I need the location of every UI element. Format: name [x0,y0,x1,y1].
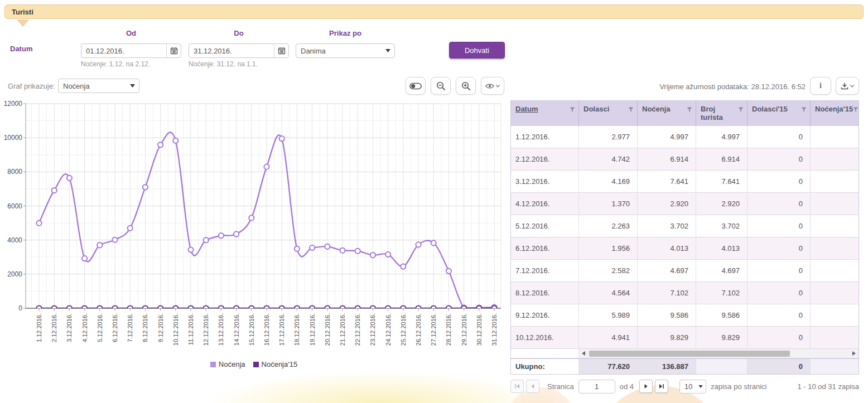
data-point[interactable] [279,136,284,141]
table-row[interactable]: 8.12.2016.4.5647.1027.1020 [511,282,859,304]
table-row[interactable]: 5.12.2016.2.2633.7023.7020 [511,215,859,237]
data-point[interactable] [249,215,254,220]
data-point[interactable] [325,244,330,249]
column-header-no-enja-15[interactable]: Noćenja'15 [811,101,859,126]
hscrollbar-thumb[interactable] [589,351,790,357]
cell-value [811,237,859,260]
cell-value: 7.102 [638,282,696,304]
prikaz-po-select[interactable]: Danima [296,43,395,58]
dohvati-button[interactable]: Dohvati [449,42,505,59]
table-row[interactable]: 10.12.2016.4.9419.8299.8290 [511,327,859,349]
data-point[interactable] [67,176,72,181]
page-size-select[interactable]: 10 [679,380,706,394]
svg-text:31.12.2016.: 31.12.2016. [491,313,498,346]
data-point[interactable] [128,226,133,231]
table-header-row: DatumDolasciNoćenjaBroj turistaDolasci'1… [511,101,859,126]
table-row[interactable]: 9.12.2016.5.9899.5869.5860 [511,304,859,327]
filter-icon[interactable] [738,107,744,112]
column-header-broj-turista[interactable]: Broj turista [696,101,748,126]
cell-date: 10.12.2016. [511,327,579,349]
tab-turisti[interactable]: Turisti [12,8,33,16]
data-point[interactable] [36,221,41,226]
data-point[interactable] [295,246,300,251]
legend-item-no-enja-15[interactable]: Noćenja'15 [253,360,298,368]
data-point[interactable] [431,240,436,245]
date-to-field[interactable]: 31.12.2016. [189,43,289,58]
svg-text:8.12.2016.: 8.12.2016. [142,313,148,342]
svg-text:2.12.2016.: 2.12.2016. [51,313,57,342]
data-point[interactable] [401,264,406,269]
calendar-icon[interactable] [166,44,181,57]
data-point[interactable] [173,138,178,143]
legend-item-no-enja[interactable]: Noćenja [210,360,245,368]
table-row[interactable]: 7.12.2016.2.5824.6974.6970 [511,260,859,282]
data-point[interactable] [82,256,87,261]
data-point[interactable] [370,253,375,258]
table-row[interactable]: 4.12.2016.1.3702.9202.9200 [511,193,859,215]
column-header-no-enja[interactable]: Noćenja [638,101,696,126]
hscrollbar-track[interactable] [579,349,859,358]
page-size-label: zapisa po stranici [711,382,766,391]
calendar-icon[interactable] [274,44,288,57]
toggle-icon [409,82,422,90]
filter-icon[interactable] [628,107,634,112]
svg-text:12.12.2016.: 12.12.2016. [202,313,209,346]
filter-icon[interactable] [687,107,692,112]
filter-icon[interactable] [801,107,807,112]
data-point[interactable] [112,237,117,242]
last-page-button[interactable] [655,380,668,393]
prev-page-button[interactable] [526,380,539,393]
cell-value: 6.914 [638,148,696,171]
data-point[interactable] [355,249,360,254]
svg-text:4.12.2016.: 4.12.2016. [81,313,88,342]
next-page-button[interactable] [639,380,653,393]
svg-text:7.12.2016.: 7.12.2016. [127,313,133,342]
download-button[interactable] [836,77,859,95]
data-point[interactable] [219,233,224,238]
graf-prikazuje-select[interactable]: Noćenja [58,79,139,93]
column-header-label: Broj turista [701,105,738,122]
data-point[interactable] [310,245,315,250]
page-number-input[interactable] [578,380,615,394]
table-row[interactable]: 1.12.2016.2.9774.9974.9970 [511,126,859,148]
data-point[interactable] [188,247,193,252]
chevron-down-icon [381,49,394,52]
data-point[interactable] [416,242,421,247]
zoom-out-button[interactable] [431,77,451,95]
first-page-button[interactable] [510,380,524,393]
scroll-left-icon[interactable] [579,351,588,356]
filter-icon[interactable] [570,107,575,112]
table-row[interactable]: 6.12.2016.1.9564.0134.0130 [511,237,859,260]
record-range-text: 1 - 10 od 31 zapisa [797,382,859,391]
table-row[interactable]: 2.12.2016.4.7426.9146.9140 [511,148,859,171]
filter-icon[interactable] [853,107,859,112]
cell-value: 4.697 [696,260,748,282]
cell-value: 9.829 [638,327,696,349]
data-point[interactable] [143,184,148,190]
scroll-right-icon[interactable] [850,351,859,356]
data-point[interactable] [204,237,209,242]
series-visibility-button[interactable] [481,77,504,95]
data-point[interactable] [446,269,451,274]
zoom-in-button[interactable] [456,77,476,95]
svg-text:2000: 2000 [7,270,22,278]
data-point[interactable] [385,252,390,257]
date-from-field[interactable]: 01.12.2016. [81,43,181,58]
table-hscrollbar[interactable] [511,349,859,358]
info-button[interactable]: i [810,77,831,95]
data-point[interactable] [158,142,163,147]
column-header-dolasci-15[interactable]: Dolasci'15 [748,101,811,126]
svg-text:25.12.2016.: 25.12.2016. [400,313,407,346]
data-point[interactable] [97,242,102,247]
data-point[interactable] [340,248,345,253]
svg-text:21.12.2016.: 21.12.2016. [339,313,346,346]
data-point[interactable] [264,164,269,169]
data-point[interactable] [52,188,57,193]
chart-toggle-button[interactable] [406,77,426,95]
column-header-datum[interactable]: Datum [511,101,579,126]
column-header-dolasci[interactable]: Dolasci [579,101,638,126]
chart-canvas[interactable]: 0200040006000800010000120001.12.2016.2.1… [3,99,507,362]
data-point[interactable] [234,231,239,236]
table-row[interactable]: 3.12.2016.4.1697.6417.6410 [511,171,859,193]
chevron-down-icon [496,85,500,88]
